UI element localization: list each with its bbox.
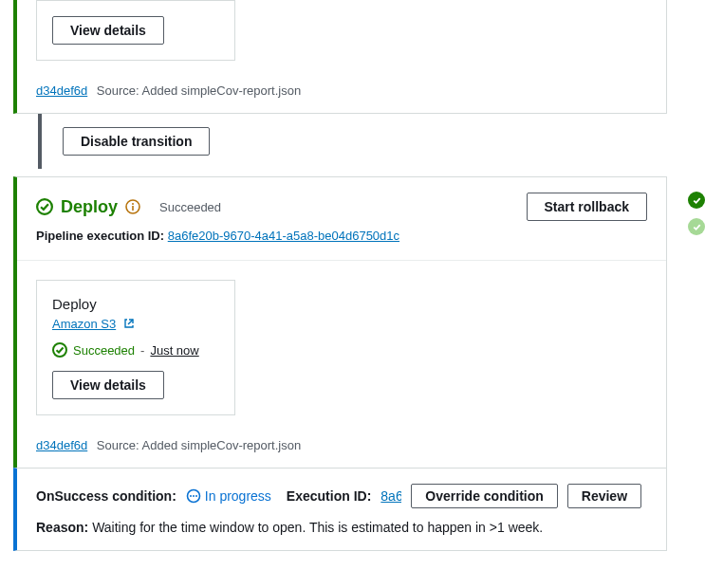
disable-transition-button[interactable]: Disable transition: [63, 127, 210, 156]
status-badge-success: [688, 192, 705, 209]
condition-card: OnSuccess condition: In progress Executi…: [13, 468, 667, 551]
view-details-button[interactable]: View details: [52, 371, 164, 399]
pipeline-execution-row: Pipeline execution ID: 8a6fe20b-9670-4a4…: [17, 225, 666, 260]
status-badge-success-light: [688, 218, 705, 235]
success-check-icon: [36, 198, 53, 215]
reason-label: Reason:: [36, 520, 88, 535]
svg-point-8: [195, 495, 197, 497]
override-condition-button[interactable]: Override condition: [411, 484, 557, 508]
status-dash: -: [140, 343, 144, 358]
commit-message: Source: Added simpleCov-report.json: [97, 83, 301, 98]
stage-header: Deploy Succeeded Start rollback: [17, 177, 666, 225]
prev-stage-card: View details d34def6d Source: Added simp…: [13, 0, 667, 114]
action-time-link[interactable]: Just now: [150, 343, 198, 358]
commit-id-link[interactable]: d34def6d: [36, 83, 87, 98]
svg-rect-3: [132, 206, 134, 211]
deploy-action-box: Deploy Amazon S3 Succeeded - Just now Vi…: [36, 280, 235, 415]
condition-status: In progress: [186, 488, 271, 504]
review-button[interactable]: Review: [567, 484, 641, 508]
side-status-badges: [688, 192, 705, 245]
action-box: View details: [36, 0, 235, 61]
commit-info: d34def6d Source: Added simpleCov-report.…: [17, 72, 666, 113]
action-status-text: Succeeded: [73, 343, 135, 358]
commit-message: Source: Added simpleCov-report.json: [97, 438, 301, 452]
commit-info: d34def6d Source: Added simpleCov-report.…: [17, 427, 666, 468]
pipeline-exec-id-link[interactable]: 8a6fe20b-9670-4a41-a5a8-be04d6750d1c: [168, 229, 399, 243]
condition-row: OnSuccess condition: In progress Executi…: [17, 469, 666, 516]
action-title: Deploy: [52, 296, 219, 312]
transition-control: Disable transition: [38, 114, 705, 169]
svg-point-2: [132, 203, 134, 205]
start-rollback-button[interactable]: Start rollback: [527, 193, 647, 221]
condition-label: OnSuccess condition:: [36, 488, 176, 504]
stage-status-label: Succeeded: [159, 200, 221, 214]
info-icon[interactable]: [125, 199, 140, 214]
reason-row: Reason: Waiting for the time window to o…: [17, 516, 666, 550]
exec-id-label: Execution ID:: [287, 488, 371, 504]
external-link-icon: [123, 318, 135, 329]
svg-point-7: [193, 495, 195, 497]
success-check-icon: [52, 342, 67, 358]
provider-link[interactable]: Amazon S3: [52, 317, 116, 331]
transition-line: [38, 114, 42, 169]
condition-exec-id-link[interactable]: 8a6fe20b: [380, 488, 401, 504]
stage-name: Deploy: [61, 197, 118, 217]
view-details-button[interactable]: View details: [52, 16, 164, 45]
deploy-stage-card: Deploy Succeeded Start rollback Pipeline…: [13, 176, 667, 469]
condition-status-text: In progress: [205, 488, 271, 504]
svg-point-6: [190, 495, 192, 497]
in-progress-icon: [186, 488, 201, 504]
commit-id-link[interactable]: d34def6d: [36, 438, 87, 452]
pipeline-exec-label: Pipeline execution ID:: [36, 229, 164, 243]
reason-text: Waiting for the time window to open. Thi…: [92, 520, 543, 535]
action-status-line: Succeeded - Just now: [52, 342, 219, 358]
